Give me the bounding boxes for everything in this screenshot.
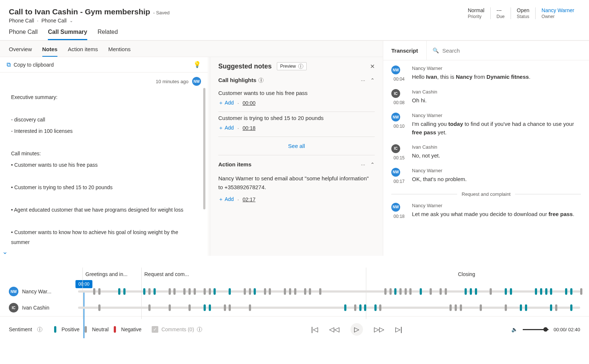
- copy-label: Copy to clipboard: [14, 62, 54, 68]
- timestamp[interactable]: 00:08: [391, 100, 407, 105]
- breadcrumb-separator: ·: [37, 18, 39, 24]
- rewind-button[interactable]: ◁◁: [329, 325, 339, 333]
- forward-button[interactable]: ▷▷: [374, 325, 384, 333]
- playhead-time: 00:00: [75, 280, 92, 288]
- search-icon: 🔍: [433, 47, 439, 53]
- transcript-title: Transcript: [383, 42, 426, 60]
- subtab-action-items[interactable]: Action items: [68, 46, 98, 57]
- chevron-down-icon[interactable]: ⌄: [70, 18, 73, 23]
- speaker-name: Nancy Warner: [412, 66, 581, 71]
- speaker-track-ivan[interactable]: [78, 307, 580, 309]
- time-display: 00:00/ 02:40: [554, 327, 580, 332]
- negative-swatch: [114, 326, 116, 333]
- more-icon[interactable]: ···: [361, 77, 365, 83]
- avatar: NW: [391, 113, 400, 121]
- chevron-up-icon[interactable]: ⌃: [370, 77, 375, 83]
- search-input[interactable]: [442, 47, 583, 54]
- add-button[interactable]: ＋ Add: [218, 100, 234, 106]
- copy-icon: ⧉: [7, 61, 11, 68]
- positive-swatch: [54, 326, 56, 333]
- due-label: Due: [497, 14, 505, 19]
- timestamp[interactable]: 00:17: [391, 179, 407, 184]
- note-body[interactable]: Executive summary: - discovery call - In…: [0, 88, 208, 256]
- transcript-text: No, not yet.: [412, 151, 581, 160]
- comments-toggle[interactable]: ✓ Comments (0) i: [152, 326, 202, 333]
- avatar[interactable]: NW: [192, 77, 201, 86]
- sentiment-label: Sentiment: [9, 326, 32, 332]
- subtab-mentions[interactable]: Mentions: [108, 46, 131, 57]
- priority-label: Priority: [468, 14, 484, 19]
- status-value[interactable]: Open: [517, 7, 529, 13]
- avatar: NW: [9, 287, 18, 296]
- avatar: IC: [9, 303, 18, 312]
- status-label: Status: [517, 14, 529, 19]
- avatar: NW: [391, 66, 400, 74]
- segment-closing[interactable]: Closing: [458, 271, 475, 277]
- breadcrumb-type: Phone Call: [9, 18, 34, 24]
- chevron-up-icon[interactable]: ⌃: [370, 162, 375, 167]
- info-icon[interactable]: i: [258, 78, 264, 83]
- preview-badge[interactable]: Previewi: [277, 62, 307, 70]
- transcript-text: Oh hi.: [412, 96, 581, 105]
- subtab-notes[interactable]: Notes: [42, 46, 58, 57]
- close-icon[interactable]: ✕: [370, 63, 375, 70]
- tab-phone-call[interactable]: Phone Call: [9, 29, 38, 40]
- speaker-name: Nancy Warner: [412, 113, 581, 118]
- play-button[interactable]: ▷: [350, 323, 363, 336]
- playhead[interactable]: 00:00: [75, 280, 92, 338]
- info-icon[interactable]: i: [37, 327, 42, 332]
- due-value[interactable]: ---: [497, 7, 505, 13]
- owner-value[interactable]: Nancy Warner: [542, 7, 574, 13]
- saved-indicator: - Saved: [153, 10, 170, 15]
- suggested-notes-title: Suggested notes: [218, 63, 272, 70]
- copy-to-clipboard-button[interactable]: ⧉ Copy to clipboard: [7, 61, 54, 68]
- avatar: IC: [391, 89, 400, 98]
- segment-greetings[interactable]: Greetings and in...: [85, 271, 127, 277]
- speaker-track-nancy[interactable]: [78, 290, 580, 293]
- transcript-text: Let me ask you what made you decide to d…: [412, 210, 581, 218]
- transcript-text: OK, that's no problem.: [412, 175, 581, 183]
- add-button[interactable]: ＋ Add: [218, 196, 234, 203]
- skip-end-button[interactable]: ▷|: [395, 325, 402, 333]
- tab-related[interactable]: Related: [98, 29, 118, 40]
- owner-label: Owner: [542, 14, 574, 19]
- tab-call-summary[interactable]: Call Summary: [48, 29, 87, 40]
- speaker-name: Nancy Warner: [412, 168, 581, 173]
- timestamp-link[interactable]: 00:18: [243, 125, 255, 131]
- volume-icon[interactable]: 🔈: [511, 326, 518, 332]
- add-button[interactable]: ＋ Add: [218, 125, 234, 131]
- speaker-track-label: Ivan Cashin: [22, 305, 49, 311]
- speaker-name: Ivan Cashin: [412, 144, 581, 150]
- section-divider: Request and complaint: [462, 191, 511, 197]
- checkbox-icon[interactable]: ✓: [152, 326, 158, 333]
- timestamp[interactable]: 00:10: [391, 124, 407, 129]
- transcript-text: I'm calling you today to find out if you…: [412, 120, 581, 137]
- call-highlights-heading: Call highlights i: [218, 77, 264, 83]
- action-item-text: Nancy Warner to send email about "some h…: [218, 174, 375, 192]
- skip-start-button[interactable]: |◁: [311, 325, 318, 333]
- segment-request[interactable]: Request and com...: [144, 271, 189, 277]
- info-icon[interactable]: i: [197, 327, 202, 332]
- breadcrumb-entity[interactable]: Phone Call: [41, 18, 67, 24]
- transcript-text: Hello Ivan, this is Nancy from Dynamic f…: [412, 73, 581, 81]
- scrollbar[interactable]: [203, 88, 205, 209]
- highlight-text: Customer wants to use his free pass: [218, 90, 375, 96]
- action-items-heading: Action items: [218, 161, 251, 167]
- timestamp[interactable]: 00:04: [391, 77, 407, 82]
- priority-value[interactable]: Normal: [468, 7, 484, 13]
- avatar: NW: [391, 203, 400, 212]
- timestamp[interactable]: 00:15: [391, 155, 407, 160]
- volume-slider[interactable]: [523, 329, 549, 330]
- subtab-overview[interactable]: Overview: [9, 46, 32, 57]
- see-all-link[interactable]: See all: [218, 137, 375, 155]
- speaker-name: Nancy Warner: [412, 203, 581, 208]
- chevron-down-icon[interactable]: ⌄: [2, 245, 8, 258]
- more-icon[interactable]: ···: [361, 162, 365, 167]
- speaker-track-label: Nancy War...: [22, 289, 52, 294]
- timestamp-link[interactable]: 00:00: [243, 100, 255, 106]
- timestamp[interactable]: 00:18: [391, 214, 407, 219]
- avatar: IC: [391, 144, 400, 153]
- lightbulb-icon[interactable]: 💡: [193, 61, 201, 68]
- timestamp-link[interactable]: 02:17: [243, 197, 255, 202]
- avatar: NW: [391, 168, 400, 177]
